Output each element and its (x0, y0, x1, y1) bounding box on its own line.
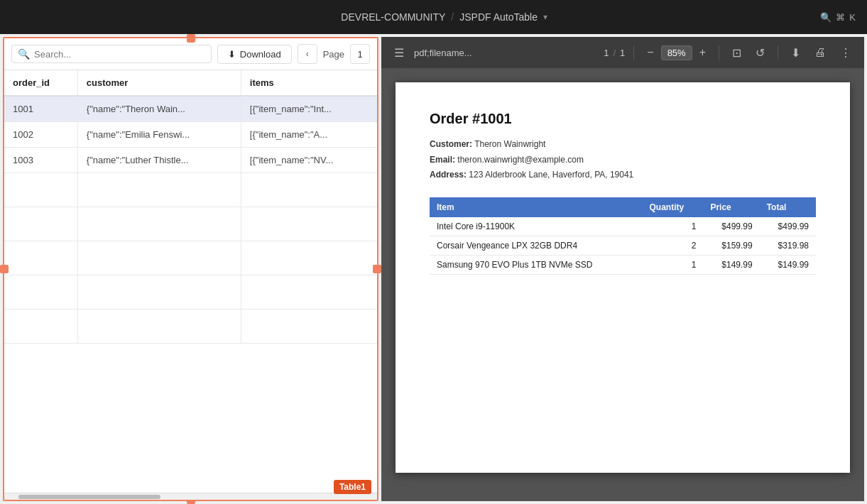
search-input[interactable] (34, 49, 205, 60)
cell-customer: {"name":"Luther Thistle... (77, 148, 241, 173)
empty-row (4, 275, 377, 309)
print-icon: 🖨 (814, 46, 826, 59)
pdf-cell-price: $499.99 (703, 217, 759, 236)
pdf-col-price: Price (703, 197, 759, 217)
table-body: 1001{"name":"Theron Wain...[{"item_name"… (4, 96, 377, 344)
top-bar-right: 🔍 ⌘ K (820, 12, 856, 23)
pdf-table-header: ItemQuantityPriceTotal (430, 197, 816, 217)
orders-table: order_id customer items 1001{"name":"The… (4, 70, 377, 344)
order-title: Order #1001 (430, 111, 816, 127)
pdf-table-row: Samsung 970 EVO Plus 1TB NVMe SSD1$149.9… (430, 255, 816, 274)
breadcrumb-slash: / (451, 11, 454, 23)
page-separator: / (613, 48, 616, 58)
pagination: ‹ Page 1 (298, 44, 370, 64)
search-icon: 🔍 (820, 12, 831, 23)
cell-customer: {"name":"Theron Wain... (77, 96, 241, 122)
pdf-cell-quantity: 1 (643, 255, 704, 274)
print-button[interactable]: 🖨 (810, 43, 830, 62)
table-row[interactable]: 1003{"name":"Luther Thistle...[{"item_na… (4, 148, 377, 173)
fit-page-button[interactable]: ⊡ (728, 43, 746, 62)
pdf-cell-price: $159.99 (703, 236, 759, 255)
pdf-table-body: Intel Core i9-11900K1$499.99$499.99Corsa… (430, 217, 816, 275)
cell-order_id: 1003 (4, 148, 77, 173)
history-button[interactable]: ↺ (751, 43, 769, 62)
pdf-cell-total: $499.99 (760, 217, 816, 236)
scroll-thumb[interactable] (18, 495, 160, 499)
shortcut-meta: ⌘ (836, 12, 845, 23)
more-icon: ⋮ (840, 46, 851, 60)
menu-icon: ☰ (394, 46, 404, 60)
pdf-download-button[interactable]: ⬇ (787, 43, 805, 62)
breadcrumb: DEVREL-COMMUNITY / JSPDF AutoTable ▾ (341, 11, 547, 23)
resize-handle-right[interactable] (373, 265, 381, 273)
pdf-cell-item: Samsung 970 EVO Plus 1TB NVMe SSD (430, 255, 643, 274)
pdf-table-row: Corsair Vengeance LPX 32GB DDR42$159.99$… (430, 236, 816, 255)
pdf-toolbar: ☰ pdf;filename... 1 / 1 − 85% + ⊡ ↺ (381, 37, 864, 68)
left-panel: 🔍 ⬇ Download ‹ Page 1 order_id customer (3, 37, 378, 501)
horizontal-scrollbar[interactable] (4, 493, 377, 500)
empty-row (4, 173, 377, 207)
table-label: Table1 (334, 480, 371, 494)
pdf-col-total: Total (760, 197, 816, 217)
col-items: items (241, 70, 377, 96)
chevron-down-icon[interactable]: ▾ (543, 12, 547, 22)
page-number: 1 (350, 44, 370, 64)
zoom-in-button[interactable]: + (695, 43, 710, 62)
customer-line: Customer: Theron Wainwright (430, 137, 816, 153)
address-value: 123 Alderbrook Lane, Haverford, PA, 1904… (469, 170, 633, 180)
pdf-content: Order #1001 Customer: Theron Wainwright … (381, 68, 864, 501)
empty-row (4, 241, 377, 275)
address-label: Address: (430, 170, 467, 180)
pdf-cell-item: Corsair Vengeance LPX 32GB DDR4 (430, 236, 643, 255)
zoom-out-button[interactable]: − (643, 43, 658, 62)
project-name: DEVREL-COMMUNITY (341, 11, 445, 23)
resize-handle-top[interactable] (187, 34, 195, 43)
col-customer: customer (77, 70, 241, 96)
zoom-value: 85% (661, 45, 692, 60)
pdf-col-item: Item (430, 197, 643, 217)
email-value: theron.wainwright@example.com (457, 155, 584, 165)
pdf-page: Order #1001 Customer: Theron Wainwright … (396, 82, 850, 473)
pdf-cell-quantity: 2 (643, 236, 704, 255)
pdf-cell-item: Intel Core i9-11900K (430, 217, 643, 236)
prev-page-button[interactable]: ‹ (298, 44, 317, 64)
customer-info: Customer: Theron Wainwright Email: thero… (430, 137, 816, 183)
table-row[interactable]: 1001{"name":"Theron Wain...[{"item_name"… (4, 96, 377, 122)
pdf-menu-button[interactable]: ☰ (390, 43, 408, 62)
download-icon: ⬇ (228, 49, 236, 60)
page-label: Page (320, 49, 347, 60)
cell-items: [{"item_name":"Int... (241, 96, 377, 122)
email-label: Email: (430, 155, 455, 165)
zoom-controls: − 85% + (643, 43, 710, 62)
pdf-col-quantity: Quantity (643, 197, 704, 217)
pdf-cell-quantity: 1 (643, 217, 704, 236)
pdf-pages: 1 / 1 (604, 48, 625, 58)
cell-order_id: 1001 (4, 96, 77, 122)
toolbar-divider-3 (778, 45, 778, 60)
right-panel: ☰ pdf;filename... 1 / 1 − 85% + ⊡ ↺ (381, 37, 864, 501)
pdf-cell-price: $149.99 (703, 255, 759, 274)
toolbar-divider-1 (633, 45, 634, 60)
search-box[interactable]: 🔍 (11, 45, 212, 63)
pdf-cell-total: $319.98 (760, 236, 816, 255)
pdf-table-row: Intel Core i9-11900K1$499.99$499.99 (430, 217, 816, 236)
more-options-button[interactable]: ⋮ (836, 43, 856, 62)
empty-row (4, 309, 377, 344)
main-content: 🔍 ⬇ Download ‹ Page 1 order_id customer (0, 34, 867, 504)
pdf-cell-total: $149.99 (760, 255, 816, 274)
table-header: order_id customer items (4, 70, 377, 96)
cell-customer: {"name":"Emilia Fenswi... (77, 122, 241, 148)
cell-items: [{"item_name":"A... (241, 122, 377, 148)
col-order-id: order_id (4, 70, 77, 96)
download-button[interactable]: ⬇ Download (217, 45, 292, 64)
pdf-total-pages: 1 (620, 48, 625, 58)
doc-name: JSPDF AutoTable (459, 11, 538, 23)
cell-order_id: 1002 (4, 122, 77, 148)
pdf-filename: pdf;filename... (414, 48, 598, 58)
table-row[interactable]: 1002{"name":"Emilia Fenswi...[{"item_nam… (4, 122, 377, 148)
resize-handle-left[interactable] (0, 265, 9, 273)
download-label: Download (240, 49, 281, 60)
search-shortcut[interactable]: 🔍 ⌘ K (820, 12, 856, 23)
table-toolbar: 🔍 ⬇ Download ‹ Page 1 (4, 38, 377, 70)
shortcut-key: K (849, 12, 856, 23)
